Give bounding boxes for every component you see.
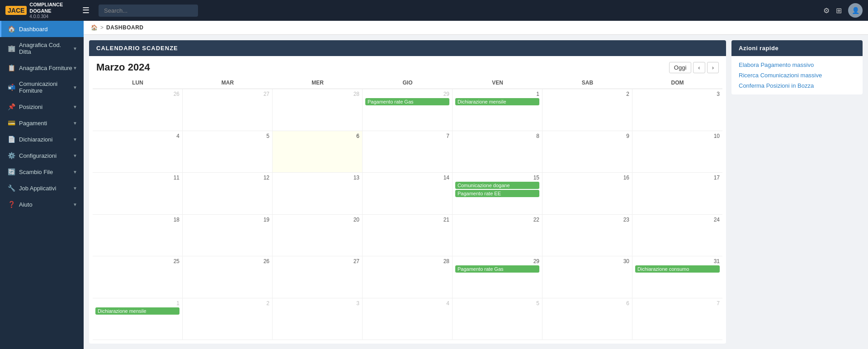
sidebar-item-pagamenti[interactable]: 💳 Pagamenti ▼	[0, 115, 84, 131]
calendar-cell[interactable]: 30	[542, 256, 632, 298]
calendar-cell[interactable]: 7	[632, 298, 722, 340]
calendar-event[interactable]: Pagamento rate Gas	[365, 98, 449, 105]
calendar-date: 25	[95, 258, 179, 264]
calendar-week-5: 1Dichiarazione mensile234567	[93, 298, 722, 340]
calendar-cell[interactable]: 1Dichiarazione mensile	[453, 89, 542, 131]
calendar-cell[interactable]: 3	[632, 89, 722, 131]
calendar-cell[interactable]: 11	[93, 173, 183, 214]
calendar-cell[interactable]: 5	[183, 131, 273, 173]
calendar-event[interactable]: Dichiarazione mensile	[455, 98, 539, 105]
calendar-cell[interactable]: 7	[363, 131, 453, 173]
sidebar-item-label: Configurazioni	[19, 152, 57, 159]
prev-month-button[interactable]: ‹	[693, 62, 705, 73]
calendar-cell[interactable]: 24	[632, 215, 722, 256]
sidebar-item-anagrafica-forniture[interactable]: 📋 Anagrafica Forniture ▼	[0, 60, 84, 76]
sidebar-item-label: Scambio File	[19, 169, 53, 175]
calendar-cell[interactable]: 8	[453, 131, 542, 173]
calendar-container: CALENDARIO SCADENZE Marzo 2024 Oggi ‹ › …	[89, 40, 726, 344]
calendar-cell[interactable]: 9	[542, 131, 632, 173]
calendar-date: 7	[365, 133, 449, 139]
chevron-icon: ▼	[73, 137, 77, 142]
calendar-date: 19	[185, 217, 269, 223]
calendar-cell[interactable]: 18	[93, 215, 183, 256]
calendar-cell[interactable]: 6	[273, 131, 363, 173]
sidebar-item-posizioni[interactable]: 📌 Posizioni ▼	[0, 99, 84, 115]
sidebar: 🏠 Dashboard 🏢 Anagrafica Cod. Ditta ▼ 📋 …	[0, 21, 84, 349]
calendar-event[interactable]: Pagamento rate Gas	[455, 265, 539, 273]
chevron-icon: ▼	[73, 85, 77, 90]
calendar-cell[interactable]: 25	[93, 256, 183, 298]
calendar-event[interactable]: Dichiarazione mensile	[95, 307, 179, 315]
sidebar-item-scambio-file[interactable]: 🔄 Scambio File ▼	[0, 164, 84, 180]
today-button[interactable]: Oggi	[669, 62, 691, 73]
calendar-date: 5	[185, 133, 269, 139]
calendar-event[interactable]: Dichiarazione consumo	[635, 265, 720, 273]
calendar-date: 26	[95, 91, 179, 97]
calendar-cell[interactable]: 16	[542, 173, 632, 214]
settings-icon[interactable]: ⚙	[823, 6, 830, 15]
sidebar-item-aiuto[interactable]: ❓ Aiuto ▼	[0, 196, 84, 212]
calendar-cell[interactable]: 19	[183, 215, 273, 256]
calendar-cell[interactable]: 10	[632, 131, 722, 173]
azioni-link-conferma-posizioni[interactable]: Conferma Posizioni in Bozza	[739, 82, 855, 89]
calendar-event[interactable]: Pagamento rate EE	[455, 190, 539, 197]
calendar-cell[interactable]: 27	[273, 256, 363, 298]
sidebar-item-dichiarazioni[interactable]: 📄 Dichiarazioni ▼	[0, 131, 84, 147]
sidebar-item-label: Dichiarazioni	[19, 136, 52, 143]
day-name-dom: DOM	[632, 77, 722, 89]
calendar-date: 8	[455, 133, 539, 139]
calendar-cell[interactable]: 6	[542, 298, 632, 340]
calendar-cell[interactable]: 2	[183, 298, 273, 340]
calendar-cell[interactable]: 28	[273, 89, 363, 131]
topnav-right: ⚙ ⊞ 👤	[823, 3, 863, 18]
calendar-cell[interactable]: 3	[273, 298, 363, 340]
calendar-cell[interactable]: 27	[183, 89, 273, 131]
calendar-cell[interactable]: 29Pagamento rate Gas	[453, 256, 542, 298]
calendar-cell[interactable]: 12	[183, 173, 273, 214]
calendar-date: 20	[275, 217, 359, 223]
side-panel: Azioni rapide Elabora Pagamento massivo …	[731, 40, 863, 344]
grid-icon[interactable]: ⊞	[836, 6, 842, 15]
azioni-rapide-body: Elabora Pagamento massivo Ricerca Comuni…	[731, 56, 863, 94]
calendar-event[interactable]: Comunicazione dogane	[455, 182, 539, 189]
calendar-date: 17	[635, 174, 720, 181]
azioni-link-elabora-pagamento[interactable]: Elabora Pagamento massivo	[739, 61, 855, 68]
calendar-cell[interactable]: 5	[453, 298, 542, 340]
calendar-cell[interactable]: 13	[273, 173, 363, 214]
calendar-cell[interactable]: 21	[363, 215, 453, 256]
help-icon: ❓	[8, 201, 15, 208]
calendar-cell[interactable]: 4	[363, 298, 453, 340]
calendar-cell[interactable]: 26	[183, 256, 273, 298]
gear-icon: ⚙️	[8, 152, 15, 159]
calendar-cell[interactable]: 17	[632, 173, 722, 214]
hamburger-button[interactable]: ☰	[79, 4, 93, 17]
search-input[interactable]	[99, 5, 198, 17]
next-month-button[interactable]: ›	[707, 62, 719, 73]
sidebar-item-configurazioni[interactable]: ⚙️ Configurazioni ▼	[0, 147, 84, 164]
calendar-cell[interactable]: 28	[363, 256, 453, 298]
sidebar-item-comunicazioni-forniture[interactable]: 📬 Comunicazioni Forniture ▼	[0, 76, 84, 99]
sidebar-item-job-applicativi[interactable]: 🔧 Job Applicativi ▼	[0, 180, 84, 196]
day-name-sab: SAB	[542, 77, 632, 89]
calendar-cell[interactable]: 1Dichiarazione mensile	[93, 298, 183, 340]
azioni-link-ricerca-comunicazioni[interactable]: Ricerca Comunicazioni massive	[739, 72, 855, 79]
sidebar-item-anagrafica-cod-ditta[interactable]: 🏢 Anagrafica Cod. Ditta ▼	[0, 37, 84, 60]
calendar-date: 16	[545, 174, 629, 181]
sidebar-item-dashboard[interactable]: 🏠 Dashboard	[0, 21, 84, 37]
calendar-cell[interactable]: 31Dichiarazione consumo	[632, 256, 722, 298]
calendar-cell[interactable]: 23	[542, 215, 632, 256]
calendar-cell[interactable]: 20	[273, 215, 363, 256]
breadcrumb-home-icon[interactable]: 🏠	[91, 24, 98, 31]
calendar-cell[interactable]: 22	[453, 215, 542, 256]
calendar-date: 13	[275, 174, 359, 181]
calendar-grid: LUN MAR MER GIO VEN SAB DOM 26272829Paga…	[89, 77, 726, 344]
calendar-cell[interactable]: 26	[93, 89, 183, 131]
calendar-cell[interactable]: 14	[363, 173, 453, 214]
avatar[interactable]: 👤	[848, 3, 863, 18]
calendar-date: 1	[95, 300, 179, 307]
calendar-cell[interactable]: 2	[542, 89, 632, 131]
calendar-cell[interactable]: 4	[93, 131, 183, 173]
card-icon: 💳	[8, 119, 15, 127]
calendar-cell[interactable]: 29Pagamento rate Gas	[363, 89, 453, 131]
calendar-cell[interactable]: 15Comunicazione doganePagamento rate EE	[453, 173, 542, 214]
